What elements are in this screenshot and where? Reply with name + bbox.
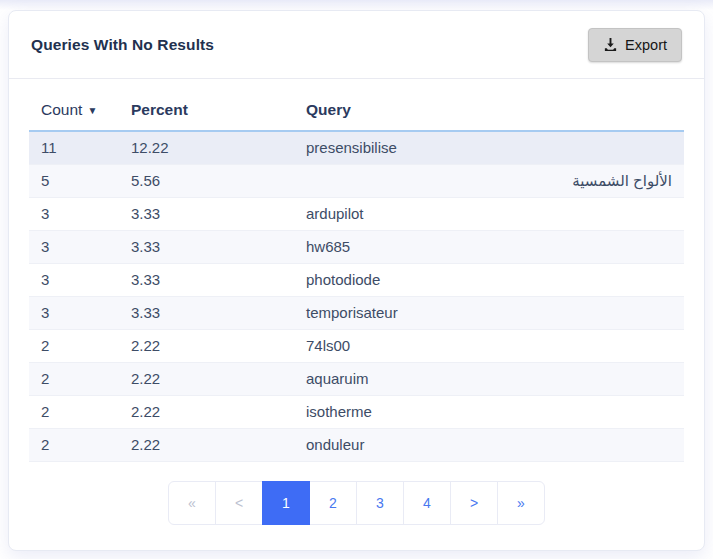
pagination-prev: < bbox=[215, 481, 263, 525]
table-row: 2 2.22 74ls00 bbox=[29, 330, 684, 363]
queries-table: Count▼ Percent Query 11 12.22 presensibi… bbox=[29, 97, 684, 462]
table-header-row: Count▼ Percent Query bbox=[29, 97, 684, 131]
table-row: 3 3.33 hw685 bbox=[29, 231, 684, 264]
card-body: Count▼ Percent Query 11 12.22 presensibi… bbox=[9, 79, 704, 525]
pagination-next[interactable]: > bbox=[450, 481, 498, 525]
percent-cell: 12.22 bbox=[119, 131, 294, 165]
download-icon bbox=[603, 37, 618, 52]
percent-cell: 2.22 bbox=[119, 429, 294, 462]
count-cell: 2 bbox=[29, 429, 119, 462]
page-title: Queries With No Results bbox=[31, 36, 214, 54]
pagination-page-2[interactable]: 2 bbox=[309, 481, 357, 525]
query-cell: الألواح الشمسية bbox=[294, 165, 684, 198]
pagination-first: « bbox=[168, 481, 216, 525]
count-cell: 3 bbox=[29, 297, 119, 330]
query-cell: temporisateur bbox=[294, 297, 684, 330]
card-header: Queries With No Results Export bbox=[9, 11, 704, 79]
table-row: 3 3.33 photodiode bbox=[29, 264, 684, 297]
percent-cell: 3.33 bbox=[119, 297, 294, 330]
query-cell: aquaruim bbox=[294, 363, 684, 396]
query-cell: presensibilise bbox=[294, 131, 684, 165]
count-header-label: Count bbox=[41, 101, 82, 118]
count-cell: 5 bbox=[29, 165, 119, 198]
table-row: 3 3.33 temporisateur bbox=[29, 297, 684, 330]
table-row: 3 3.33 ardupilot bbox=[29, 198, 684, 231]
percent-cell: 2.22 bbox=[119, 363, 294, 396]
pagination-last[interactable]: » bbox=[497, 481, 545, 525]
table-row: 2 2.22 aquaruim bbox=[29, 363, 684, 396]
column-header-count[interactable]: Count▼ bbox=[29, 97, 119, 131]
percent-cell: 2.22 bbox=[119, 396, 294, 429]
pagination-page-3[interactable]: 3 bbox=[356, 481, 404, 525]
table-row: 2 2.22 onduleur bbox=[29, 429, 684, 462]
pagination-page-4[interactable]: 4 bbox=[403, 481, 451, 525]
percent-cell: 3.33 bbox=[119, 231, 294, 264]
count-cell: 3 bbox=[29, 264, 119, 297]
pagination: « < 1 2 3 4 > » bbox=[168, 481, 545, 525]
column-header-query[interactable]: Query bbox=[294, 97, 684, 131]
sort-desc-icon: ▼ bbox=[87, 105, 97, 116]
query-cell: photodiode bbox=[294, 264, 684, 297]
pagination-page-1[interactable]: 1 bbox=[262, 481, 310, 525]
count-cell: 2 bbox=[29, 396, 119, 429]
count-cell: 11 bbox=[29, 131, 119, 165]
table-row: 11 12.22 presensibilise bbox=[29, 131, 684, 165]
queries-no-results-card: Queries With No Results Export Count▼ Pe… bbox=[8, 10, 705, 551]
count-cell: 2 bbox=[29, 363, 119, 396]
query-cell: 74ls00 bbox=[294, 330, 684, 363]
percent-cell: 3.33 bbox=[119, 264, 294, 297]
query-cell: isotherme bbox=[294, 396, 684, 429]
percent-cell: 2.22 bbox=[119, 330, 294, 363]
export-button-label: Export bbox=[625, 37, 667, 53]
count-cell: 3 bbox=[29, 198, 119, 231]
column-header-percent[interactable]: Percent bbox=[119, 97, 294, 131]
query-cell: onduleur bbox=[294, 429, 684, 462]
count-cell: 3 bbox=[29, 231, 119, 264]
table-row: 2 2.22 isotherme bbox=[29, 396, 684, 429]
count-cell: 2 bbox=[29, 330, 119, 363]
percent-cell: 3.33 bbox=[119, 198, 294, 231]
percent-cell: 5.56 bbox=[119, 165, 294, 198]
table-row: 5 5.56 الألواح الشمسية bbox=[29, 165, 684, 198]
query-cell: ardupilot bbox=[294, 198, 684, 231]
export-button[interactable]: Export bbox=[588, 28, 682, 62]
query-cell: hw685 bbox=[294, 231, 684, 264]
